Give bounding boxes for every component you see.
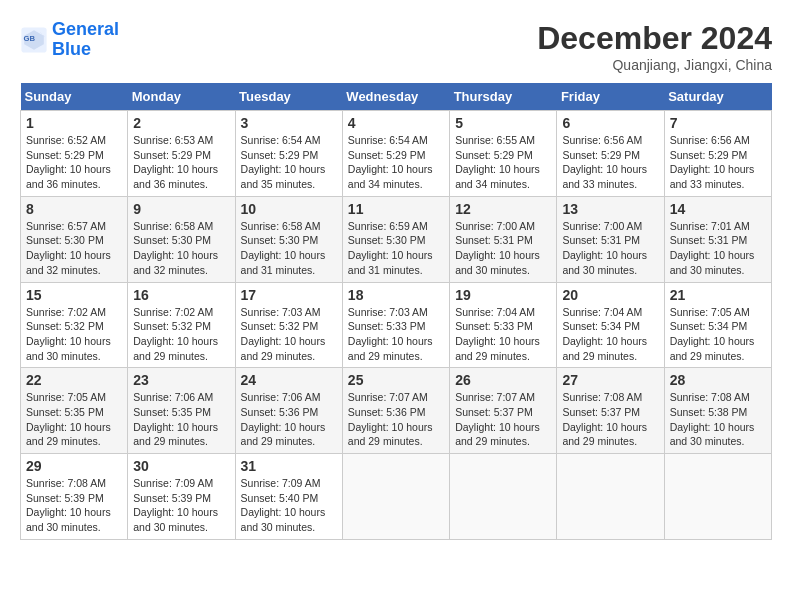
calendar-cell: 18 Sunrise: 7:03 AM Sunset: 5:33 PM Dayl… [342,282,449,368]
calendar-cell: 7 Sunrise: 6:56 AM Sunset: 5:29 PM Dayli… [664,111,771,197]
calendar-cell: 10 Sunrise: 6:58 AM Sunset: 5:30 PM Dayl… [235,196,342,282]
calendar-cell: 13 Sunrise: 7:00 AM Sunset: 5:31 PM Dayl… [557,196,664,282]
day-info: Sunrise: 6:58 AM Sunset: 5:30 PM Dayligh… [133,219,229,278]
day-info: Sunrise: 7:08 AM Sunset: 5:39 PM Dayligh… [26,476,122,535]
day-number: 21 [670,287,766,303]
svg-text:GB: GB [24,34,36,43]
page-header: GB General Blue December 2024 Quanjiang,… [20,20,772,73]
day-info: Sunrise: 6:56 AM Sunset: 5:29 PM Dayligh… [562,133,658,192]
day-number: 15 [26,287,122,303]
day-number: 18 [348,287,444,303]
calendar-week-3: 15 Sunrise: 7:02 AM Sunset: 5:32 PM Dayl… [21,282,772,368]
weekday-header-wednesday: Wednesday [342,83,449,111]
day-number: 20 [562,287,658,303]
logo-icon: GB [20,26,48,54]
day-number: 23 [133,372,229,388]
calendar-cell: 28 Sunrise: 7:08 AM Sunset: 5:38 PM Dayl… [664,368,771,454]
calendar-cell: 20 Sunrise: 7:04 AM Sunset: 5:34 PM Dayl… [557,282,664,368]
calendar-cell: 11 Sunrise: 6:59 AM Sunset: 5:30 PM Dayl… [342,196,449,282]
day-info: Sunrise: 7:03 AM Sunset: 5:33 PM Dayligh… [348,305,444,364]
day-info: Sunrise: 7:06 AM Sunset: 5:36 PM Dayligh… [241,390,337,449]
calendar-cell: 16 Sunrise: 7:02 AM Sunset: 5:32 PM Dayl… [128,282,235,368]
day-number: 30 [133,458,229,474]
calendar-cell [664,454,771,540]
day-info: Sunrise: 7:08 AM Sunset: 5:37 PM Dayligh… [562,390,658,449]
calendar-cell: 14 Sunrise: 7:01 AM Sunset: 5:31 PM Dayl… [664,196,771,282]
logo-line2: Blue [52,39,91,59]
weekday-header-monday: Monday [128,83,235,111]
calendar-cell: 8 Sunrise: 6:57 AM Sunset: 5:30 PM Dayli… [21,196,128,282]
day-info: Sunrise: 7:07 AM Sunset: 5:37 PM Dayligh… [455,390,551,449]
day-info: Sunrise: 7:04 AM Sunset: 5:33 PM Dayligh… [455,305,551,364]
day-info: Sunrise: 6:55 AM Sunset: 5:29 PM Dayligh… [455,133,551,192]
logo-line1: General [52,19,119,39]
calendar-cell: 31 Sunrise: 7:09 AM Sunset: 5:40 PM Dayl… [235,454,342,540]
calendar-header-row: SundayMondayTuesdayWednesdayThursdayFrid… [21,83,772,111]
day-number: 29 [26,458,122,474]
day-number: 13 [562,201,658,217]
calendar-cell: 12 Sunrise: 7:00 AM Sunset: 5:31 PM Dayl… [450,196,557,282]
calendar-week-1: 1 Sunrise: 6:52 AM Sunset: 5:29 PM Dayli… [21,111,772,197]
day-number: 4 [348,115,444,131]
calendar-cell: 4 Sunrise: 6:54 AM Sunset: 5:29 PM Dayli… [342,111,449,197]
day-info: Sunrise: 6:56 AM Sunset: 5:29 PM Dayligh… [670,133,766,192]
day-number: 6 [562,115,658,131]
calendar-cell: 29 Sunrise: 7:08 AM Sunset: 5:39 PM Dayl… [21,454,128,540]
day-info: Sunrise: 7:00 AM Sunset: 5:31 PM Dayligh… [562,219,658,278]
day-number: 9 [133,201,229,217]
calendar-cell: 22 Sunrise: 7:05 AM Sunset: 5:35 PM Dayl… [21,368,128,454]
day-number: 7 [670,115,766,131]
day-number: 14 [670,201,766,217]
calendar-table: SundayMondayTuesdayWednesdayThursdayFrid… [20,83,772,540]
weekday-header-saturday: Saturday [664,83,771,111]
calendar-cell: 1 Sunrise: 6:52 AM Sunset: 5:29 PM Dayli… [21,111,128,197]
location: Quanjiang, Jiangxi, China [537,57,772,73]
weekday-header-sunday: Sunday [21,83,128,111]
calendar-cell: 17 Sunrise: 7:03 AM Sunset: 5:32 PM Dayl… [235,282,342,368]
day-info: Sunrise: 6:52 AM Sunset: 5:29 PM Dayligh… [26,133,122,192]
calendar-cell [557,454,664,540]
day-info: Sunrise: 7:09 AM Sunset: 5:39 PM Dayligh… [133,476,229,535]
calendar-cell: 6 Sunrise: 6:56 AM Sunset: 5:29 PM Dayli… [557,111,664,197]
weekday-header-friday: Friday [557,83,664,111]
day-number: 12 [455,201,551,217]
calendar-cell: 26 Sunrise: 7:07 AM Sunset: 5:37 PM Dayl… [450,368,557,454]
calendar-cell: 15 Sunrise: 7:02 AM Sunset: 5:32 PM Dayl… [21,282,128,368]
day-info: Sunrise: 6:54 AM Sunset: 5:29 PM Dayligh… [348,133,444,192]
day-number: 2 [133,115,229,131]
day-number: 17 [241,287,337,303]
weekday-header-tuesday: Tuesday [235,83,342,111]
calendar-cell: 9 Sunrise: 6:58 AM Sunset: 5:30 PM Dayli… [128,196,235,282]
logo-text: General Blue [52,20,119,60]
day-info: Sunrise: 7:07 AM Sunset: 5:36 PM Dayligh… [348,390,444,449]
calendar-cell [342,454,449,540]
day-number: 5 [455,115,551,131]
calendar-cell: 23 Sunrise: 7:06 AM Sunset: 5:35 PM Dayl… [128,368,235,454]
calendar-cell: 27 Sunrise: 7:08 AM Sunset: 5:37 PM Dayl… [557,368,664,454]
day-info: Sunrise: 7:04 AM Sunset: 5:34 PM Dayligh… [562,305,658,364]
day-info: Sunrise: 7:01 AM Sunset: 5:31 PM Dayligh… [670,219,766,278]
title-block: December 2024 Quanjiang, Jiangxi, China [537,20,772,73]
day-info: Sunrise: 6:57 AM Sunset: 5:30 PM Dayligh… [26,219,122,278]
day-info: Sunrise: 7:00 AM Sunset: 5:31 PM Dayligh… [455,219,551,278]
calendar-cell [450,454,557,540]
day-info: Sunrise: 6:59 AM Sunset: 5:30 PM Dayligh… [348,219,444,278]
calendar-cell: 25 Sunrise: 7:07 AM Sunset: 5:36 PM Dayl… [342,368,449,454]
day-number: 25 [348,372,444,388]
day-number: 16 [133,287,229,303]
month-title: December 2024 [537,20,772,57]
calendar-cell: 21 Sunrise: 7:05 AM Sunset: 5:34 PM Dayl… [664,282,771,368]
day-number: 31 [241,458,337,474]
day-number: 24 [241,372,337,388]
day-info: Sunrise: 6:58 AM Sunset: 5:30 PM Dayligh… [241,219,337,278]
day-number: 1 [26,115,122,131]
calendar-cell: 19 Sunrise: 7:04 AM Sunset: 5:33 PM Dayl… [450,282,557,368]
logo: GB General Blue [20,20,119,60]
day-info: Sunrise: 7:03 AM Sunset: 5:32 PM Dayligh… [241,305,337,364]
day-info: Sunrise: 7:05 AM Sunset: 5:35 PM Dayligh… [26,390,122,449]
day-info: Sunrise: 7:09 AM Sunset: 5:40 PM Dayligh… [241,476,337,535]
day-info: Sunrise: 7:08 AM Sunset: 5:38 PM Dayligh… [670,390,766,449]
day-number: 3 [241,115,337,131]
calendar-cell: 24 Sunrise: 7:06 AM Sunset: 5:36 PM Dayl… [235,368,342,454]
day-number: 19 [455,287,551,303]
